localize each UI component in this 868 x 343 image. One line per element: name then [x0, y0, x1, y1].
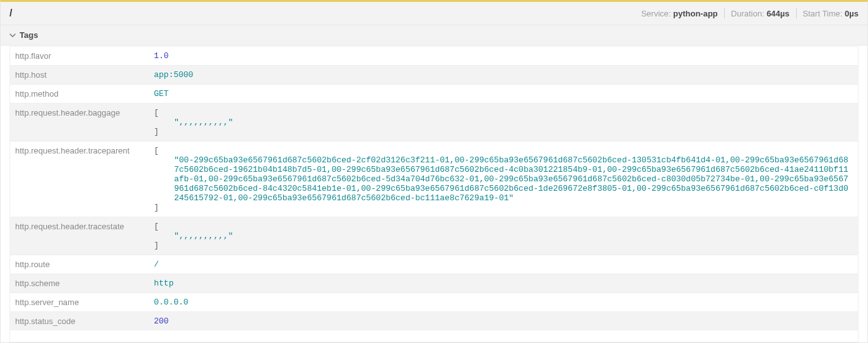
tag-value: http [149, 274, 858, 293]
meta-separator [796, 8, 797, 18]
tag-key: http.request.header.tracestate [10, 217, 149, 255]
tag-value: GET [149, 85, 858, 104]
table-row[interactable]: http.request.header.traceparent["00-299c… [10, 141, 858, 217]
tags-scroller[interactable]: http.flavor1.0http.hostapp:5000http.meth… [9, 46, 859, 342]
service-field: Service: python-app [641, 9, 717, 18]
table-row[interactable]: http.flavor1.0 [10, 47, 858, 66]
tag-value: 1.0 [149, 47, 858, 66]
table-row[interactable]: http.request.header.baggage[",,,,,,,,,,"… [10, 104, 858, 141]
tag-value: / [149, 255, 858, 274]
tag-key: http.route [10, 255, 149, 274]
table-row[interactable]: http.server_name0.0.0.0 [10, 293, 858, 312]
span-header: / Service: python-app Duration: 644µs St… [1, 2, 867, 25]
span-title: / [9, 8, 12, 19]
tag-value: 0.0.0.0 [149, 293, 858, 312]
span-detail-panel: / Service: python-app Duration: 644µs St… [0, 0, 868, 343]
tags-section-toggle[interactable]: Tags [1, 25, 867, 45]
tag-value: 200 [149, 312, 858, 331]
tag-value: app:5000 [149, 66, 858, 85]
start-time-label: Start Time: [803, 9, 843, 18]
tags-table: http.flavor1.0http.hostapp:5000http.meth… [10, 46, 858, 330]
tag-key: http.status_code [10, 312, 149, 331]
span-meta: Service: python-app Duration: 644µs Star… [641, 8, 859, 18]
meta-separator [724, 8, 725, 18]
tag-value: [",,,,,,,,,,"] [149, 104, 858, 141]
tag-value: [",,,,,,,,,,"] [149, 217, 858, 255]
duration-field: Duration: 644µs [731, 9, 790, 18]
table-row[interactable]: http.schemehttp [10, 274, 858, 293]
tag-key: http.server_name [10, 293, 149, 312]
table-row[interactable]: http.status_code200 [10, 312, 858, 331]
tag-key: http.request.header.baggage [10, 104, 149, 141]
duration-label: Duration: [731, 9, 765, 18]
tag-key: http.method [10, 85, 149, 104]
service-label: Service: [641, 9, 671, 18]
tag-key: http.flavor [10, 47, 149, 66]
duration-value: 644µs [766, 9, 789, 18]
tags-section-label: Tags [20, 30, 38, 40]
table-row[interactable]: http.methodGET [10, 85, 858, 104]
tags-body: http.flavor1.0http.hostapp:5000http.meth… [1, 45, 867, 342]
start-time-field: Start Time: 0µs [803, 9, 859, 18]
service-value: python-app [673, 9, 718, 18]
tag-key: http.scheme [10, 274, 149, 293]
table-row[interactable]: http.request.header.tracestate[",,,,,,,,… [10, 217, 858, 255]
tag-key: http.request.header.traceparent [10, 141, 149, 217]
start-time-value: 0µs [845, 9, 859, 18]
tag-value: ["00-299c65ba93e6567961d687c5602b6ced-2c… [149, 141, 858, 217]
chevron-down-icon [9, 32, 16, 39]
table-row[interactable]: http.route/ [10, 255, 858, 274]
tag-key: http.host [10, 66, 149, 85]
table-row[interactable]: http.hostapp:5000 [10, 66, 858, 85]
